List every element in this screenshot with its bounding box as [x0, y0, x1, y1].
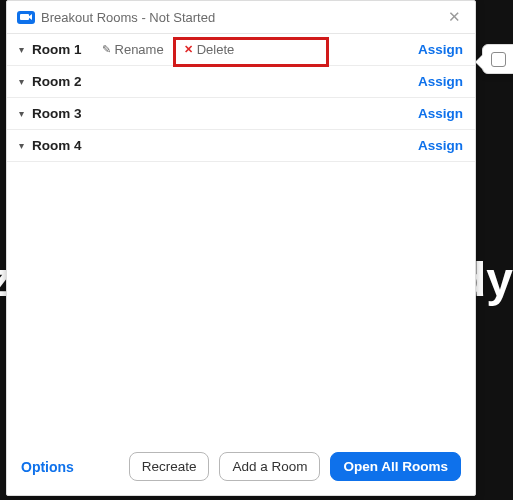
room-row[interactable]: ▾Room 1✎Rename✕DeleteAssign	[7, 34, 475, 66]
breakout-rooms-dialog: Breakout Rooms - Not Started ✕ ▾Room 1✎R…	[6, 0, 476, 496]
room-name: Room 1	[32, 42, 82, 57]
rooms-list: ▾Room 1✎Rename✕DeleteAssign▾Room 2Assign…	[7, 34, 475, 162]
room-row[interactable]: ▾Room 2Assign	[7, 66, 475, 98]
recreate-button[interactable]: Recreate	[129, 452, 210, 481]
popover-arrow-icon	[476, 55, 483, 69]
assign-participant-popover: Judy	[482, 44, 513, 74]
close-icon[interactable]: ✕	[444, 6, 465, 28]
delete-button[interactable]: ✕Delete	[178, 38, 245, 61]
pencil-icon: ✎	[102, 43, 111, 56]
zoom-logo-icon	[17, 11, 35, 24]
options-link[interactable]: Options	[21, 459, 74, 475]
room-row-actions: ✎Rename✕Delete	[96, 38, 245, 61]
caret-down-icon[interactable]: ▾	[19, 44, 24, 55]
assign-link[interactable]: Assign	[418, 42, 463, 57]
rename-label: Rename	[115, 42, 164, 57]
assign-link[interactable]: Assign	[418, 138, 463, 153]
room-name: Room 2	[32, 74, 82, 89]
delete-label: Delete	[197, 42, 235, 57]
add-room-button[interactable]: Add a Room	[219, 452, 320, 481]
rename-button[interactable]: ✎Rename	[96, 38, 174, 61]
room-row[interactable]: ▾Room 3Assign	[7, 98, 475, 130]
room-name: Room 3	[32, 106, 82, 121]
dialog-title: Breakout Rooms - Not Started	[41, 10, 215, 25]
caret-down-icon[interactable]: ▾	[19, 76, 24, 87]
open-all-rooms-button[interactable]: Open All Rooms	[330, 452, 461, 481]
room-row[interactable]: ▾Room 4Assign	[7, 130, 475, 162]
dialog-footer: Options Recreate Add a Room Open All Roo…	[7, 442, 475, 495]
caret-down-icon[interactable]: ▾	[19, 140, 24, 151]
room-name: Room 4	[32, 138, 82, 153]
assign-link[interactable]: Assign	[418, 106, 463, 121]
titlebar: Breakout Rooms - Not Started ✕	[7, 1, 475, 34]
participant-checkbox[interactable]	[491, 52, 506, 67]
x-icon: ✕	[184, 43, 193, 56]
caret-down-icon[interactable]: ▾	[19, 108, 24, 119]
assign-link[interactable]: Assign	[418, 74, 463, 89]
